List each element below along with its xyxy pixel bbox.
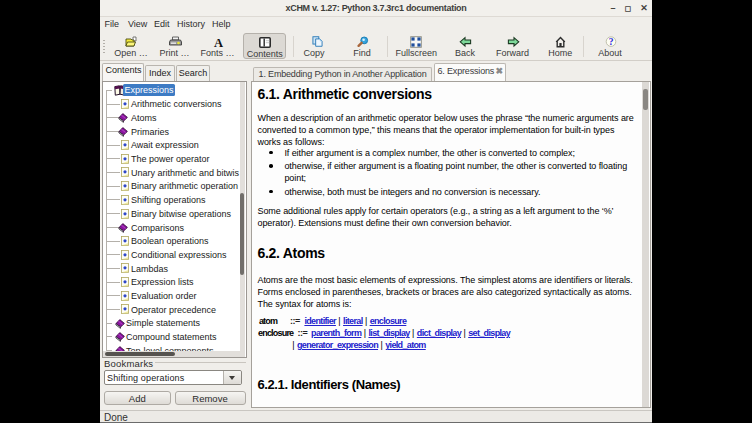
svg-text:A: A [213,36,222,48]
svg-text:?: ? [609,37,614,47]
